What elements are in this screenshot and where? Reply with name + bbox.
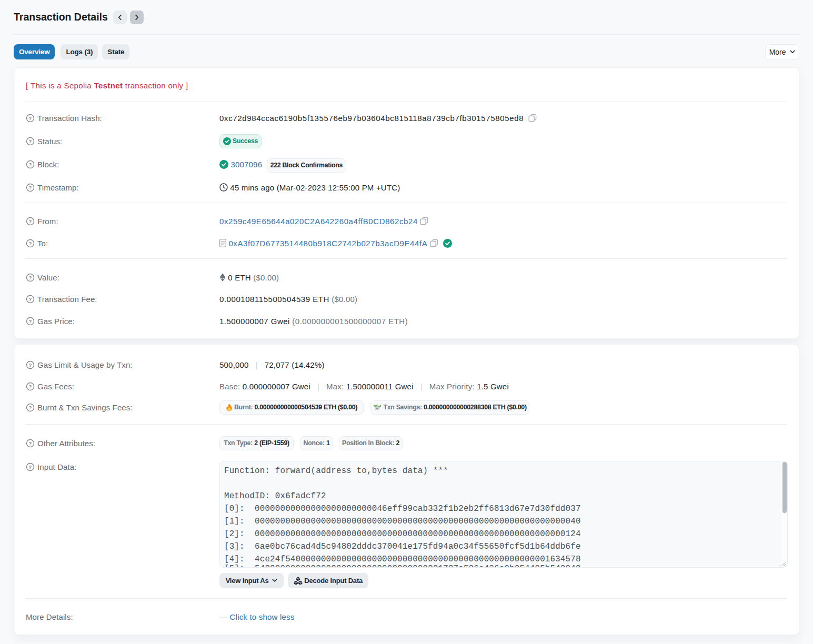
svg-text:?: ? xyxy=(29,185,32,190)
svg-text:?: ? xyxy=(29,240,32,246)
svg-text:?: ? xyxy=(29,296,32,302)
svg-text:?: ? xyxy=(29,162,32,167)
svg-text:?: ? xyxy=(29,384,32,389)
svg-text:?: ? xyxy=(29,318,32,324)
svg-text:?: ? xyxy=(29,218,32,224)
svg-text:?: ? xyxy=(29,362,32,368)
svg-text:?: ? xyxy=(29,440,32,446)
svg-text:?: ? xyxy=(29,464,32,470)
svg-text:?: ? xyxy=(29,405,32,410)
svg-text:?: ? xyxy=(29,138,32,144)
svg-text:?: ? xyxy=(29,275,32,280)
svg-text:?: ? xyxy=(29,115,32,121)
